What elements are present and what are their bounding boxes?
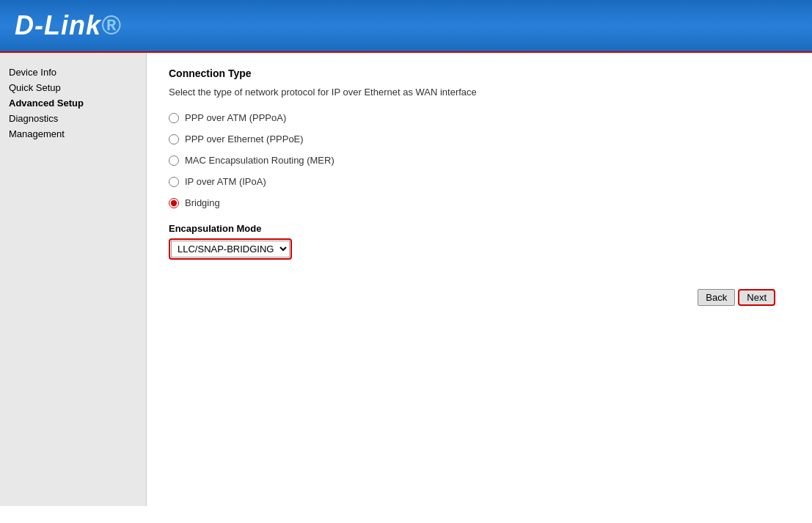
logo-text: D-Link bbox=[15, 10, 101, 40]
logo-dot: ® bbox=[101, 10, 122, 40]
radio-option-bridging[interactable]: Bridging bbox=[169, 197, 790, 208]
description: Select the type of network protocol for … bbox=[169, 87, 790, 98]
radio-option-pppoe[interactable]: PPP over Ethernet (PPPoE) bbox=[169, 134, 790, 145]
radio-group: PPP over ATM (PPPoA) PPP over Ethernet (… bbox=[169, 112, 790, 208]
next-button[interactable]: Next bbox=[738, 289, 775, 306]
sidebar-item-diagnostics[interactable]: Diagnostics bbox=[9, 111, 137, 126]
button-row: Back Next bbox=[169, 289, 790, 306]
radio-option-ipoa[interactable]: IP over ATM (IPoA) bbox=[169, 176, 790, 187]
radio-ipoa[interactable] bbox=[169, 177, 179, 187]
encapsulation-label: Encapsulation Mode bbox=[169, 223, 790, 234]
radio-bridging[interactable] bbox=[169, 198, 179, 208]
encapsulation-select-wrapper: LLC/SNAP-BRIDGING VC/MUX bbox=[169, 238, 292, 260]
encapsulation-select[interactable]: LLC/SNAP-BRIDGING VC/MUX bbox=[171, 241, 290, 257]
radio-label-pppoe: PPP over Ethernet (PPPoE) bbox=[185, 134, 304, 145]
radio-mer[interactable] bbox=[169, 156, 179, 166]
content-area: Connection Type Select the type of netwo… bbox=[147, 53, 812, 506]
radio-label-mer: MAC Encapsulation Routing (MER) bbox=[185, 155, 334, 166]
radio-pppoe[interactable] bbox=[169, 134, 179, 145]
radio-label-bridging: Bridging bbox=[185, 197, 220, 208]
logo: D-Link® bbox=[15, 10, 122, 41]
section-title: Connection Type bbox=[169, 67, 790, 79]
radio-label-ipoa: IP over ATM (IPoA) bbox=[185, 176, 266, 187]
back-button[interactable]: Back bbox=[698, 289, 735, 306]
sidebar-item-device-info[interactable]: Device Info bbox=[9, 65, 137, 80]
sidebar: Device Info Quick Setup Advanced Setup D… bbox=[0, 53, 147, 506]
radio-option-pppoa[interactable]: PPP over ATM (PPPoA) bbox=[169, 112, 790, 123]
encapsulation-section: Encapsulation Mode LLC/SNAP-BRIDGING VC/… bbox=[169, 223, 790, 260]
radio-label-pppoa: PPP over ATM (PPPoA) bbox=[185, 112, 286, 123]
main-layout: Device Info Quick Setup Advanced Setup D… bbox=[0, 51, 812, 506]
radio-option-mer[interactable]: MAC Encapsulation Routing (MER) bbox=[169, 155, 790, 166]
sidebar-item-advanced-setup[interactable]: Advanced Setup bbox=[9, 95, 137, 111]
sidebar-item-quick-setup[interactable]: Quick Setup bbox=[9, 80, 137, 95]
sidebar-item-management[interactable]: Management bbox=[9, 126, 137, 142]
radio-pppoa[interactable] bbox=[169, 113, 179, 123]
header: D-Link® bbox=[0, 0, 812, 51]
